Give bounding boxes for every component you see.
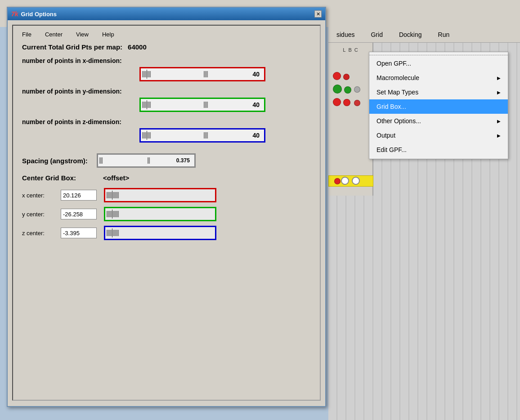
dialog-menu-help[interactable]: Help	[102, 31, 114, 38]
dialog-close-button[interactable]: ✕	[314, 10, 322, 18]
dialog-title-icon: 7k	[11, 10, 18, 18]
context-menu-other-options-label: Other Options...	[377, 117, 421, 125]
x-dimension-slider[interactable]: 40	[139, 67, 265, 81]
z-slider-value: 40	[251, 132, 260, 139]
mol-dot-green-2	[344, 86, 351, 94]
dialog-menu-center[interactable]: Center	[45, 31, 63, 38]
menu-residues[interactable]: sidues	[333, 29, 358, 40]
context-menu-separator-top	[369, 55, 508, 55]
dialog-content: File Center View Help Current Total Grid…	[12, 25, 321, 401]
mol-dot-red-1	[333, 72, 341, 80]
y-center-ticks	[105, 210, 215, 219]
dialog-menu: File Center View Help	[22, 31, 311, 38]
menu-grid[interactable]: Grid	[367, 29, 386, 40]
dialog-menu-file[interactable]: File	[22, 31, 31, 38]
spacing-section: Spacing (angstrom): 0.375	[22, 153, 311, 168]
z-center-slider[interactable]	[104, 226, 216, 240]
label-c: C	[354, 47, 358, 53]
context-menu: Open GPF... Macromolecule ▶ Set Map Type…	[369, 52, 508, 159]
menu-docking[interactable]: Docking	[395, 29, 426, 40]
x-dimension-label: number of points in x-dimension:	[22, 57, 311, 64]
z-slider-ticks	[141, 131, 202, 140]
menu-run[interactable]: Run	[435, 29, 453, 40]
mol-dot-red-5	[354, 100, 360, 106]
y-center-row: y center:	[22, 207, 311, 221]
context-menu-macromolecule[interactable]: Macromolecule ▶	[369, 71, 508, 85]
context-menu-edit-gpf[interactable]: Edit GPF...	[369, 143, 508, 157]
z-dimension-slider[interactable]: 40	[139, 128, 265, 143]
y-center-input[interactable]	[61, 209, 97, 219]
spacing-value: 0.375	[175, 157, 191, 164]
grid-options-dialog: 7k Grid Options ✕ File Center View Help …	[7, 7, 326, 407]
y-center-label: y center:	[22, 211, 54, 218]
center-grid-section: Center Grid Box: <offset> x center:	[22, 174, 311, 240]
context-menu-set-map-types-label: Set Map Types	[377, 89, 418, 96]
stats-label: Current Total Grid Pts per map:	[22, 43, 122, 51]
mol-dot-green-1	[333, 85, 342, 94]
set-map-types-submenu-arrow: ▶	[497, 90, 501, 95]
x-center-input[interactable]	[61, 190, 97, 201]
context-menu-open-gpf[interactable]: Open GPF...	[369, 56, 508, 71]
stats-value: 64000	[128, 43, 147, 51]
circle-1	[341, 177, 349, 185]
x-center-ticks	[105, 191, 215, 200]
x-center-slider[interactable]	[104, 188, 216, 202]
y-slider-ticks	[141, 100, 202, 109]
x-slider-ticks	[141, 70, 202, 79]
y-dimension-slider[interactable]: 40	[139, 98, 265, 112]
context-menu-grid-box-label: Grid Box...	[377, 103, 406, 110]
z-center-ticks	[105, 228, 215, 237]
context-menu-edit-gpf-label: Edit GPF...	[377, 146, 407, 153]
y-center-slider[interactable]	[104, 207, 216, 221]
y-slider-value: 40	[251, 101, 260, 108]
y-dimension-label: number of points in y-dimension:	[22, 88, 311, 95]
output-submenu-arrow: ▶	[497, 133, 501, 138]
z-center-label: z center:	[22, 230, 54, 237]
offset-label: <offset>	[103, 174, 129, 182]
side-panel-labels: L B C	[343, 47, 358, 53]
mol-dot-red-2	[343, 74, 350, 80]
z-dimension-section: number of points in z-dimension: 40	[22, 118, 311, 143]
context-menu-output[interactable]: Output ▶	[369, 128, 508, 143]
context-menu-output-label: Output	[377, 132, 395, 139]
red-dot-yellow	[334, 178, 341, 184]
z-dimension-label: number of points in z-dimension:	[22, 118, 311, 125]
mol-dot-red-3	[333, 98, 341, 106]
context-menu-grid-box[interactable]: Grid Box...	[369, 99, 508, 114]
dialog-menu-view[interactable]: View	[76, 31, 89, 38]
macromolecule-submenu-arrow: ▶	[497, 76, 501, 80]
stats-line: Current Total Grid Pts per map: 64000	[22, 43, 311, 51]
x-center-label: x center:	[22, 192, 54, 199]
context-menu-other-options[interactable]: Other Options... ▶	[369, 114, 508, 128]
mol-dot-gray-1	[354, 86, 360, 93]
menu-bar: sidues Grid Docking Run	[328, 27, 520, 43]
z-center-input[interactable]	[61, 228, 97, 238]
context-menu-macromolecule-label: Macromolecule	[377, 74, 419, 81]
z-center-row: z center:	[22, 226, 311, 240]
dialog-titlebar: 7k Grid Options ✕	[8, 8, 325, 20]
context-menu-set-map-types[interactable]: Set Map Types ▶	[369, 85, 508, 99]
other-options-submenu-arrow: ▶	[497, 119, 501, 124]
spacing-label: Spacing (angstrom):	[22, 157, 88, 165]
y-dimension-section: number of points in y-dimension: 40	[22, 88, 311, 112]
molecule-area	[331, 67, 371, 121]
dialog-title-text: Grid Options	[21, 11, 312, 18]
circle-2	[352, 177, 360, 185]
label-b: B	[348, 47, 351, 53]
spacing-slider[interactable]: 0.375	[97, 153, 196, 168]
spacing-ticks	[98, 157, 146, 164]
mol-dot-red-4	[343, 99, 350, 106]
center-grid-label: Center Grid Box:	[22, 174, 76, 182]
label-l: L	[343, 47, 345, 53]
context-menu-open-gpf-label: Open GPF...	[377, 60, 411, 67]
x-slider-value: 40	[251, 71, 260, 78]
x-center-row: x center:	[22, 188, 311, 202]
x-dimension-section: number of points in x-dimension: 40	[22, 57, 311, 81]
